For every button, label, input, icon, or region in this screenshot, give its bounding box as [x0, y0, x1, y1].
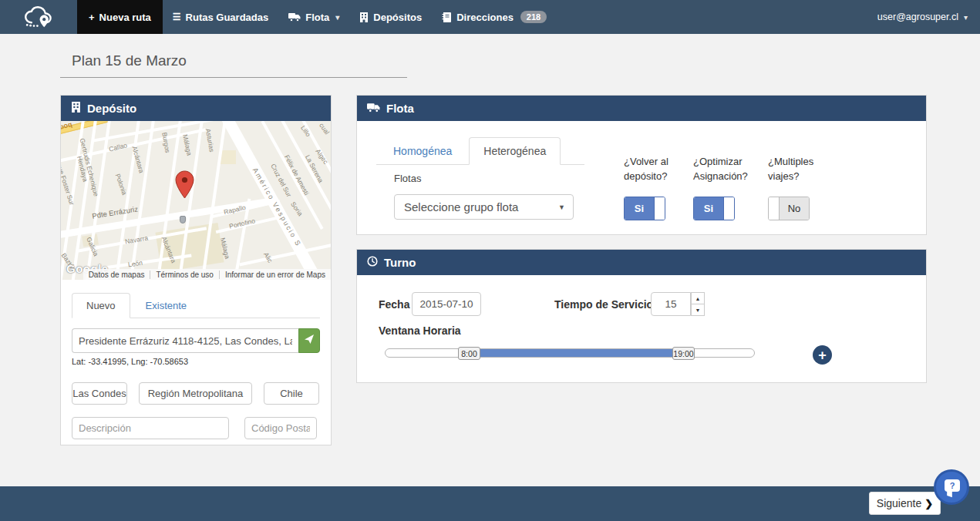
tiempo-servicio-input[interactable] — [651, 292, 691, 316]
shift-panel-title: Turno — [384, 256, 416, 269]
shift-panel-header: Turno — [357, 250, 926, 275]
tab-existente[interactable]: Existente — [130, 294, 202, 318]
fleet-tabs: Homogénea Heterogénea — [376, 134, 584, 165]
nav-label: Rutas Guardadas — [186, 12, 269, 23]
nav-item-rutas-guardadas[interactable]: ☰ Rutas Guardadas — [163, 0, 278, 34]
clock-icon — [367, 256, 378, 269]
country-input[interactable] — [264, 382, 319, 405]
toggle-knob — [769, 197, 780, 220]
footer-bar: Siguiente ❯ — [0, 486, 980, 521]
toggle-knob — [654, 197, 665, 220]
nav-menu: + Nueva ruta ☰ Rutas Guardadas Flota ▾ D… — [77, 0, 557, 34]
stepper-down-button[interactable]: ▼ — [691, 304, 705, 316]
depot-tabs: Nuevo Existente — [72, 293, 320, 318]
nav-item-flota[interactable]: Flota ▾ — [278, 0, 349, 34]
street-label: Soria — [289, 200, 305, 217]
app-window: + Nueva ruta ☰ Rutas Guardadas Flota ▾ D… — [0, 0, 980, 521]
truck-icon — [288, 12, 301, 22]
nav-item-nueva-ruta[interactable]: + Nueva ruta — [77, 0, 163, 34]
street-label: León — [127, 259, 143, 269]
building-icon — [71, 102, 81, 115]
depot-panel: Depósito — [60, 95, 332, 445]
street-label: cual — [318, 122, 331, 136]
nav-label: Direcciones — [456, 12, 514, 23]
region-input[interactable] — [139, 382, 252, 405]
multiples-viajes-toggle[interactable]: No — [768, 197, 810, 220]
tiempo-servicio-label: Tiempo de Servicio — [554, 298, 653, 311]
bubble-tail — [947, 490, 952, 498]
toggle-question: ¿Volver al depósito? — [624, 155, 690, 186]
send-icon — [304, 334, 315, 348]
time-window-slider[interactable]: 8:00 19:00 — [385, 348, 755, 358]
slider-handle-end[interactable]: 19:00 — [672, 347, 695, 360]
slider-handle-start[interactable]: 8:00 — [458, 347, 480, 360]
tiempo-servicio-stepper: ▲ ▼ — [691, 292, 705, 316]
street-label: Asturias — [204, 128, 216, 153]
nav-label: Flota — [305, 12, 329, 23]
caret-down-icon: ▾ — [335, 13, 339, 22]
report-error-link[interactable]: Informar de un error de Maps — [219, 271, 331, 279]
map-mini-marker — [180, 216, 186, 224]
nav-label: Depósitos — [373, 12, 422, 23]
volver-deposito-toggle[interactable]: Si — [624, 197, 665, 220]
toggle-value: No — [780, 197, 809, 220]
fecha-input[interactable] — [412, 292, 481, 316]
tab-nuevo[interactable]: Nuevo — [72, 293, 130, 318]
fleet-panel-header: Flota — [357, 96, 926, 121]
tab-heterogenea[interactable]: Heterogénea — [469, 137, 561, 165]
terms-link[interactable]: Términos de uso — [150, 271, 218, 279]
title-underline — [60, 77, 407, 78]
fleet-panel-title: Flota — [386, 102, 414, 115]
map-road — [239, 240, 331, 266]
plus-icon: + — [818, 348, 827, 362]
fleet-select-value: Seleccione grupo flota — [404, 200, 518, 213]
street-label: Alic — [262, 251, 274, 264]
depot-panel-title: Depósito — [87, 102, 136, 115]
fleet-panel: Flota Homogénea Heterogénea Flotas Selec… — [356, 95, 927, 235]
geocode-button[interactable] — [298, 328, 320, 353]
nav-item-depositos[interactable]: Depósitos — [349, 0, 432, 34]
address-book-icon — [442, 12, 452, 22]
brand-logo[interactable] — [0, 0, 77, 34]
nav-label: Nueva ruta — [99, 12, 151, 23]
user-menu[interactable]: user@agrosuper.cl ▾ — [877, 0, 968, 34]
toggle-question: ¿Optimizar Asignación? — [693, 155, 767, 186]
city-input[interactable] — [72, 382, 127, 405]
description-input[interactable] — [72, 417, 229, 439]
fleet-group-select[interactable]: Seleccione grupo flota ▼ — [394, 194, 574, 220]
toggle-value: Si — [694, 197, 723, 220]
map-attribution: Datos de mapas Términos de uso Informar … — [83, 269, 331, 280]
next-button[interactable]: Siguiente ❯ — [869, 492, 941, 515]
tab-homogenea[interactable]: Homogénea — [376, 138, 469, 164]
plus-icon: + — [89, 12, 95, 23]
street-label: Málaga — [181, 133, 194, 156]
stepper-up-button[interactable]: ▲ — [691, 292, 705, 304]
shift-panel: Turno Fecha Tiempo de Servicio ▲ ▼ Venta… — [356, 249, 927, 383]
add-time-window-button[interactable]: + — [813, 345, 832, 365]
toggle-value: Si — [625, 197, 654, 220]
latlng-readout: Lat: -33.41995, Lng: -70.58653 — [72, 357, 320, 366]
nav-item-direcciones[interactable]: Direcciones 218 — [432, 0, 557, 34]
toggle-knob — [723, 197, 734, 220]
list-icon: ☰ — [173, 12, 181, 22]
address-input[interactable] — [72, 328, 298, 353]
map-pin-icon[interactable] — [175, 170, 194, 203]
caret-down-icon: ▾ — [964, 13, 968, 22]
page-title: Plan 15 de Marzo — [72, 52, 187, 69]
postal-code-input[interactable] — [244, 417, 317, 439]
google-map[interactable]: Gertrudis Echenique Hendaya que Foster S… — [61, 121, 331, 280]
depot-panel-header: Depósito — [61, 96, 331, 121]
top-navbar: + Nueva ruta ☰ Rutas Guardadas Flota ▾ D… — [0, 0, 980, 34]
direcciones-count-badge: 218 — [520, 11, 547, 23]
building-icon — [359, 12, 369, 22]
flotas-label: Flotas — [394, 173, 421, 184]
street-label: Polonia — [114, 173, 129, 196]
fecha-label: Fecha — [379, 298, 409, 311]
optimizar-asignacion-toggle[interactable]: Si — [693, 197, 735, 220]
truck-icon — [367, 102, 380, 115]
street-label: Callao — [108, 141, 128, 153]
help-chat-button[interactable]: ? — [934, 469, 969, 505]
map-data-link[interactable]: Datos de mapas — [83, 271, 150, 279]
caret-down-icon: ▼ — [558, 203, 565, 211]
user-email: user@agrosuper.cl — [877, 12, 958, 22]
